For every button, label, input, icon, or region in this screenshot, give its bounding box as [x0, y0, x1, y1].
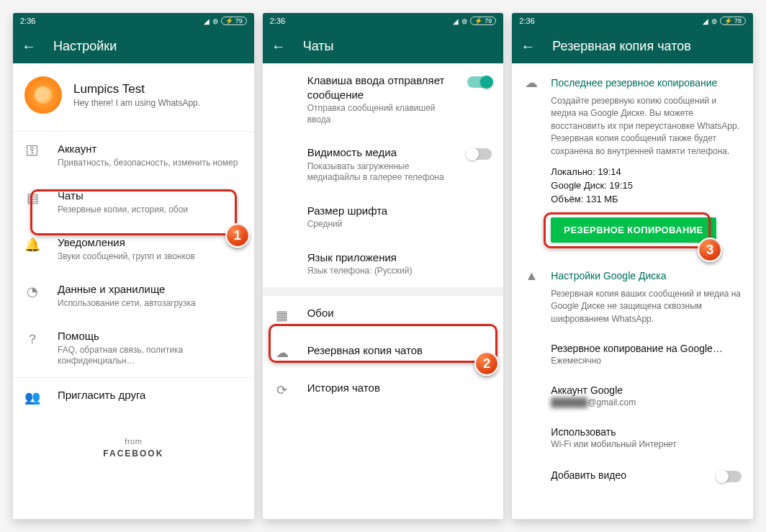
page-title: Резервная копия чатов: [552, 39, 690, 54]
settings-item-chats[interactable]: ▤ Чаты Резервные копии, история, обои: [13, 179, 254, 225]
screen-chat-backup: 2:36 ◢ ⊚ ⚡78 ← Резервная копия чатов ☁ П…: [512, 13, 753, 519]
wifi-icon: ⊚: [711, 17, 717, 25]
signal-icon: ◢: [453, 17, 459, 25]
gdrive-heading: ▲ Настройки Google Диска: [512, 257, 753, 288]
settings-item-help[interactable]: ？ Помощь FAQ, обратная связь, политика к…: [13, 319, 254, 377]
cloud-up-icon: ☁: [274, 345, 290, 361]
include-videos[interactable]: Добавить видео: [512, 459, 753, 492]
gdrive-desc: Резервная копия ваших сообщений и медиа …: [512, 288, 753, 334]
google-account[interactable]: Аккаунт Google ██████@gmail.com: [512, 376, 753, 418]
status-bar: 2:36 ◢ ⊚ ⚡79: [263, 13, 504, 29]
status-bar: 2:36 ◢ ⊚ ⚡79: [13, 13, 254, 29]
chat-icon: ▤: [24, 190, 40, 206]
back-icon[interactable]: ←: [22, 39, 36, 53]
from-facebook: from FACEBOOK: [13, 415, 254, 480]
wallpaper-icon: ▦: [274, 307, 290, 323]
battery-icon: ⚡79: [221, 17, 247, 25]
bell-icon: 🔔: [24, 237, 40, 253]
settings-item-account[interactable]: ⚿ Аккаунт Приватность, безопасность, изм…: [13, 132, 254, 179]
clock: 2:36: [519, 17, 534, 25]
status-icons: ◢ ⊚ ⚡78: [703, 17, 746, 25]
status-bar: 2:36 ◢ ⊚ ⚡78: [512, 13, 753, 29]
avatar: [24, 76, 62, 114]
backup-network[interactable]: Использовать Wi-Fi или мобильный Интерне…: [512, 418, 753, 459]
toggle-include-videos[interactable]: [717, 471, 742, 482]
section-divider: [263, 287, 504, 296]
settings-item-data[interactable]: ◔ Данные и хранилище Использование сети,…: [13, 272, 254, 319]
screen-chats: 2:36 ◢ ⊚ ⚡79 ← Чаты Клавиша ввода отправ…: [263, 13, 504, 519]
profile-status: Hey there! I am using WhatsApp.: [73, 98, 200, 108]
chats-item-media-visibility[interactable]: Видимость медиа Показывать загруженные м…: [263, 135, 504, 194]
screen-settings: 2:36 ◢ ⊚ ⚡79 ← Настройки Lumpics Test He…: [13, 13, 254, 519]
profile-name: Lumpics Test: [73, 82, 200, 96]
help-icon: ？: [24, 330, 40, 348]
chats-item-app-language[interactable]: Язык приложения Язык телефона: (Русский): [263, 240, 504, 287]
cloud-up-icon: ☁: [523, 75, 539, 91]
profile-row[interactable]: Lumpics Test Hey there! I am using Whats…: [13, 63, 254, 131]
clock: 2:36: [20, 17, 35, 25]
battery-icon: ⚡79: [470, 17, 496, 25]
signal-icon: ◢: [703, 17, 708, 25]
wifi-icon: ⊚: [212, 17, 218, 25]
page-title: Чаты: [303, 39, 334, 54]
app-bar: ← Резервная копия чатов: [512, 29, 753, 63]
key-icon: ⚿: [24, 143, 40, 158]
chats-item-wallpaper[interactable]: ▦ Обои: [263, 296, 504, 333]
page-title: Настройки: [53, 39, 117, 54]
toggle-media-visibility[interactable]: [467, 148, 492, 160]
battery-icon: ⚡78: [720, 17, 746, 25]
drive-icon: ▲: [523, 269, 539, 284]
status-icons: ◢ ⊚ ⚡79: [453, 17, 496, 25]
backup-stats: Локально: 19:14 Google Диск: 19:15 Объём…: [512, 166, 753, 215]
back-icon[interactable]: ←: [521, 39, 535, 53]
history-icon: ⟳: [274, 382, 290, 398]
last-backup-heading: ☁ Последнее резервное копирование: [512, 63, 753, 95]
clock: 2:36: [270, 17, 285, 25]
data-icon: ◔: [24, 284, 40, 299]
toggle-enter-sends[interactable]: [467, 76, 492, 88]
app-bar: ← Настройки: [13, 29, 254, 63]
chats-item-font-size[interactable]: Размер шрифта Средний: [263, 194, 504, 240]
last-backup-desc: Создайте резервную копию сообщений и мед…: [512, 95, 753, 166]
app-bar: ← Чаты: [263, 29, 504, 63]
signal-icon: ◢: [204, 17, 209, 25]
chats-item-enter-sends[interactable]: Клавиша ввода отправляет сообщение Отпра…: [263, 63, 504, 135]
chats-item-backup[interactable]: ☁ Резервная копия чатов: [263, 333, 504, 371]
backup-frequency[interactable]: Резервное копирование на Google… Ежемеся…: [512, 334, 753, 376]
settings-item-invite[interactable]: 👥 Пригласить друга: [13, 378, 254, 415]
people-icon: 👥: [24, 389, 40, 405]
status-icons: ◢ ⊚ ⚡79: [204, 17, 247, 25]
settings-item-notifications[interactable]: 🔔 Уведомления Звуки сообщений, групп и з…: [13, 225, 254, 272]
back-icon[interactable]: ←: [271, 39, 286, 53]
backup-button[interactable]: РЕЗЕРВНОЕ КОПИРОВАНИЕ: [551, 217, 716, 243]
chats-item-history[interactable]: ⟳ История чатов: [263, 371, 504, 408]
wifi-icon: ⊚: [461, 17, 467, 25]
